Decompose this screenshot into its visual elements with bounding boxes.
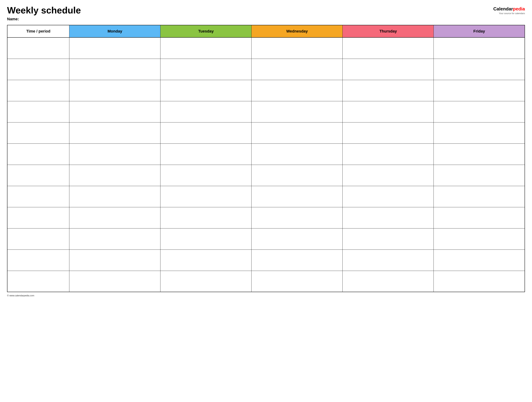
schedule-cell[interactable] <box>343 80 434 101</box>
schedule-cell[interactable] <box>434 80 525 101</box>
schedule-cell[interactable] <box>160 122 252 143</box>
time-cell[interactable] <box>7 143 69 165</box>
time-cell[interactable] <box>7 186 69 207</box>
time-cell[interactable] <box>7 101 69 122</box>
table-row <box>7 250 525 271</box>
schedule-cell[interactable] <box>252 122 343 143</box>
schedule-cell[interactable] <box>252 271 343 292</box>
schedule-cell[interactable] <box>343 228 434 250</box>
col-header-tuesday: Tuesday <box>160 25 252 38</box>
schedule-cell[interactable] <box>160 186 252 207</box>
page-title: Weekly schedule <box>7 5 81 15</box>
table-header-row: Time / period Monday Tuesday Wednesday T… <box>7 25 525 38</box>
schedule-cell[interactable] <box>160 101 252 122</box>
logo: Calendarpedia <box>493 6 525 12</box>
time-cell[interactable] <box>7 38 69 59</box>
schedule-cell[interactable] <box>69 250 160 271</box>
schedule-cell[interactable] <box>160 80 252 101</box>
weekly-schedule-table: Time / period Monday Tuesday Wednesday T… <box>7 25 525 292</box>
schedule-cell[interactable] <box>252 207 343 228</box>
schedule-body <box>7 38 525 292</box>
schedule-cell[interactable] <box>252 101 343 122</box>
schedule-cell[interactable] <box>343 101 434 122</box>
time-cell[interactable] <box>7 165 69 186</box>
time-cell[interactable] <box>7 271 69 292</box>
schedule-cell[interactable] <box>434 250 525 271</box>
schedule-cell[interactable] <box>343 207 434 228</box>
table-row <box>7 122 525 143</box>
col-header-thursday: Thursday <box>343 25 434 38</box>
schedule-cell[interactable] <box>69 207 160 228</box>
schedule-cell[interactable] <box>69 165 160 186</box>
schedule-cell[interactable] <box>160 250 252 271</box>
time-cell[interactable] <box>7 207 69 228</box>
schedule-cell[interactable] <box>69 122 160 143</box>
name-label: Name: <box>7 17 81 21</box>
schedule-cell[interactable] <box>434 122 525 143</box>
schedule-cell[interactable] <box>434 271 525 292</box>
col-header-monday: Monday <box>69 25 160 38</box>
schedule-cell[interactable] <box>252 165 343 186</box>
time-cell[interactable] <box>7 59 69 80</box>
table-row <box>7 228 525 250</box>
schedule-cell[interactable] <box>69 101 160 122</box>
schedule-cell[interactable] <box>69 80 160 101</box>
table-row <box>7 101 525 122</box>
table-row <box>7 143 525 165</box>
schedule-cell[interactable] <box>434 101 525 122</box>
schedule-cell[interactable] <box>343 38 434 59</box>
schedule-cell[interactable] <box>343 122 434 143</box>
table-row <box>7 207 525 228</box>
logo-calendar-text: Calendar <box>493 6 513 12</box>
schedule-cell[interactable] <box>252 80 343 101</box>
schedule-cell[interactable] <box>160 143 252 165</box>
schedule-cell[interactable] <box>252 186 343 207</box>
table-row <box>7 165 525 186</box>
schedule-cell[interactable] <box>252 59 343 80</box>
schedule-cell[interactable] <box>343 59 434 80</box>
schedule-cell[interactable] <box>252 228 343 250</box>
page-header: Weekly schedule Name: Calendarpedia Your… <box>7 5 525 21</box>
schedule-cell[interactable] <box>160 207 252 228</box>
schedule-cell[interactable] <box>343 271 434 292</box>
schedule-cell[interactable] <box>434 165 525 186</box>
table-row <box>7 80 525 101</box>
time-cell[interactable] <box>7 122 69 143</box>
schedule-cell[interactable] <box>434 207 525 228</box>
schedule-cell[interactable] <box>434 59 525 80</box>
schedule-cell[interactable] <box>69 228 160 250</box>
logo-pedia-text: pedia <box>513 6 525 12</box>
schedule-cell[interactable] <box>434 228 525 250</box>
schedule-cell[interactable] <box>434 186 525 207</box>
schedule-cell[interactable] <box>69 143 160 165</box>
table-row <box>7 271 525 292</box>
footer-url: © www.calendarpedia.com <box>7 294 34 297</box>
logo-tagline: Your source for calendars <box>499 12 525 15</box>
schedule-cell[interactable] <box>434 143 525 165</box>
col-header-time: Time / period <box>7 25 69 38</box>
schedule-cell[interactable] <box>434 38 525 59</box>
schedule-cell[interactable] <box>343 250 434 271</box>
schedule-cell[interactable] <box>160 38 252 59</box>
schedule-cell[interactable] <box>160 228 252 250</box>
schedule-cell[interactable] <box>160 59 252 80</box>
schedule-cell[interactable] <box>69 59 160 80</box>
schedule-cell[interactable] <box>160 165 252 186</box>
schedule-cell[interactable] <box>343 143 434 165</box>
time-cell[interactable] <box>7 250 69 271</box>
table-row <box>7 59 525 80</box>
schedule-cell[interactable] <box>252 250 343 271</box>
schedule-cell[interactable] <box>343 186 434 207</box>
schedule-cell[interactable] <box>252 143 343 165</box>
schedule-cell[interactable] <box>252 38 343 59</box>
title-section: Weekly schedule Name: <box>7 5 81 21</box>
time-cell[interactable] <box>7 80 69 101</box>
schedule-cell[interactable] <box>343 165 434 186</box>
col-header-wednesday: Wednesday <box>252 25 343 38</box>
time-cell[interactable] <box>7 228 69 250</box>
schedule-cell[interactable] <box>69 271 160 292</box>
schedule-cell[interactable] <box>160 271 252 292</box>
schedule-cell[interactable] <box>69 186 160 207</box>
schedule-cell[interactable] <box>69 38 160 59</box>
logo-section: Calendarpedia Your source for calendars <box>493 6 525 15</box>
